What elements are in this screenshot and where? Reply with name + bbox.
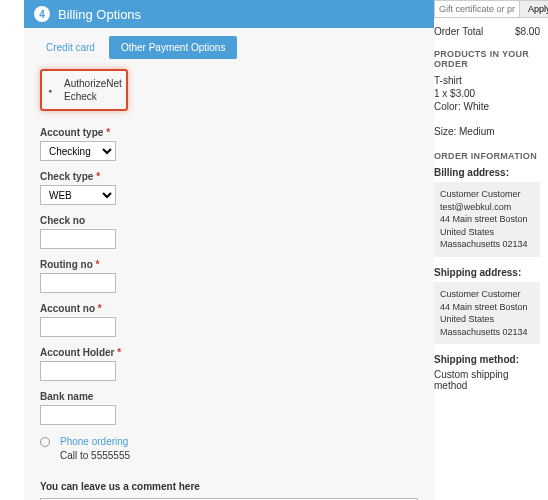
billing-address-heading: Billing address: — [434, 167, 540, 178]
payment-tabs: Credit card Other Payment Options — [24, 28, 434, 59]
payment-method-authorizenet[interactable]: ● AuthorizeNet Echeck — [40, 69, 128, 111]
billing-address-box: Customer Customer test@webkul.com 44 Mai… — [434, 182, 540, 257]
check-type-label: Check type * — [40, 171, 418, 182]
order-info-heading: ORDER INFORMATION — [434, 151, 540, 161]
account-holder-label: Account Holder * — [40, 347, 418, 358]
account-type-label: Account type * — [40, 127, 418, 138]
account-no-input[interactable] — [40, 317, 116, 337]
account-type-select[interactable]: Checking — [40, 141, 116, 161]
phone-ordering-radio[interactable] — [40, 437, 50, 447]
page-title: Billing Options — [58, 7, 141, 22]
bank-name-input[interactable] — [40, 405, 116, 425]
shipping-method-value: Custom shipping method — [434, 369, 540, 391]
order-total-value: $8.00 — [515, 26, 540, 37]
account-holder-input[interactable] — [40, 361, 116, 381]
shipping-address-heading: Shipping address: — [434, 267, 540, 278]
check-type-select[interactable]: WEB — [40, 185, 116, 205]
order-total-label: Order Total — [434, 26, 483, 37]
phone-ordering-sub: Call to 5555555 — [60, 449, 130, 463]
check-no-input[interactable] — [40, 229, 116, 249]
apply-button[interactable]: Apply — [520, 0, 548, 18]
radio-selected-icon: ● — [48, 87, 52, 94]
routing-no-input[interactable] — [40, 273, 116, 293]
method-line2: Echeck — [64, 90, 116, 103]
product-size: Size: Medium — [434, 126, 540, 137]
products-heading: PRODUCTS IN YOUR ORDER — [434, 49, 540, 69]
comment-label: You can leave us a comment here — [40, 481, 418, 492]
method-line1: AuthorizeNet — [64, 77, 116, 90]
routing-no-label: Routing no * — [40, 259, 418, 270]
product-name: T-shirt — [434, 75, 540, 86]
account-no-label: Account no * — [40, 303, 418, 314]
tab-other-payment[interactable]: Other Payment Options — [109, 36, 238, 59]
shipping-address-box: Customer Customer 44 Main street Boston … — [434, 282, 540, 344]
promo-code-input[interactable] — [434, 0, 520, 18]
step-number: 4 — [34, 6, 50, 22]
product-qty: 1 x $3.00 — [434, 88, 540, 99]
shipping-method-heading: Shipping method: — [434, 354, 540, 365]
billing-header: 4 Billing Options — [24, 0, 434, 28]
tab-credit-card[interactable]: Credit card — [34, 36, 107, 59]
bank-name-label: Bank name — [40, 391, 418, 402]
product-color: Color: White — [434, 101, 540, 112]
phone-ordering-title: Phone ordering — [60, 435, 130, 449]
check-no-label: Check no — [40, 215, 418, 226]
